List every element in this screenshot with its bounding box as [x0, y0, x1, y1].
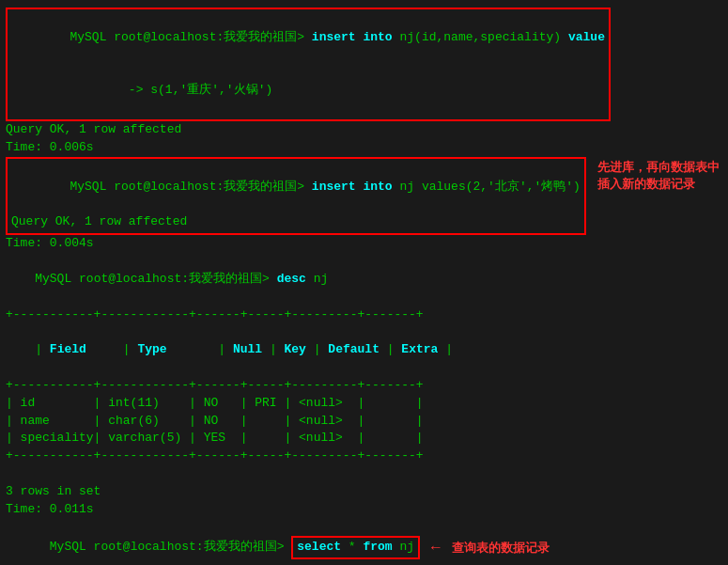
prompt-1: MySQL root@localhost:我爱我的祖国> — [70, 30, 311, 44]
annotation-select: 查询表的数据记录 — [452, 540, 550, 557]
desc-args: nj — [306, 272, 328, 286]
table-row-name: | name | char(6) | NO | | <null> | | — [6, 413, 722, 431]
table-sep-1c: +-----------+------------+------+-----+-… — [6, 447, 722, 465]
time-2: Time: 0.004s — [6, 235, 722, 253]
insert-args-1: nj(id,name,speciality) — [393, 30, 568, 44]
value-keyword-1: value — [568, 30, 605, 44]
default-col: Default — [328, 342, 379, 356]
insert-keyword-1: insert into — [312, 30, 393, 44]
type-col: Type — [137, 342, 166, 356]
key-col: Key — [285, 342, 306, 356]
null-col: Null — [233, 342, 262, 356]
annotation-arrow: ← — [431, 540, 441, 557]
insert-continuation-1: -> s(1,'重庆','火锅') — [11, 65, 605, 118]
table-row-speciality: | speciality| varchar(5) | YES | | <null… — [6, 430, 722, 447]
table-header-desc: | Field | Type | Null | Key | Default | … — [6, 323, 722, 377]
field-col: Field — [50, 342, 86, 356]
table-row-id: | id | int(11) | NO | PRI | <null> | | — [6, 395, 722, 413]
select-keyword: select — [297, 540, 341, 554]
prompt-3: MySQL root@localhost:我爱我的祖国> — [35, 272, 276, 286]
insert-command-2: MySQL root@localhost:我爱我的祖国> insert into… — [11, 161, 581, 214]
table-sep-1a: +-----------+------------+------+-----+-… — [6, 306, 722, 324]
blank-1 — [6, 465, 722, 483]
continuation-arrow-1: -> s(1,'重庆','火锅') — [70, 83, 272, 97]
select-args: * — [341, 540, 363, 554]
time-1: Time: 0.006s — [6, 139, 722, 157]
time-3: Time: 0.011s — [6, 501, 722, 519]
insert-command-1: MySQL root@localhost:我爱我的祖国> insert into… — [11, 11, 605, 65]
query-ok-2: Query OK, 1 row affected — [11, 213, 581, 231]
desc-keyword: desc — [277, 272, 306, 286]
rows-in-set-1: 3 rows in set — [6, 483, 722, 501]
insert-keyword-2: insert into — [312, 180, 393, 194]
terminal-window: MySQL root@localhost:我爱我的祖国> insert into… — [0, 0, 728, 565]
select-prompt-line: MySQL root@localhost:我爱我的祖国> select * fr… — [6, 519, 420, 565]
select-table: nj — [393, 540, 414, 554]
prompt-2: MySQL root@localhost:我爱我的祖国> — [70, 180, 311, 194]
query-ok-1: Query OK, 1 row affected — [6, 121, 722, 139]
insert-args-2: nj values(2,'北京','烤鸭') — [393, 180, 581, 194]
prompt-4: MySQL root@localhost:我爱我的祖国> — [50, 540, 291, 554]
extra-col: Extra — [401, 342, 438, 356]
desc-command: MySQL root@localhost:我爱我的祖国> desc nj — [6, 253, 722, 306]
table-sep-1b: +-----------+------------+------+-----+-… — [6, 377, 722, 395]
from-keyword: from — [363, 540, 392, 554]
annotation-insert: 先进库，再向数据表中插入新的数据记录 — [597, 160, 720, 191]
